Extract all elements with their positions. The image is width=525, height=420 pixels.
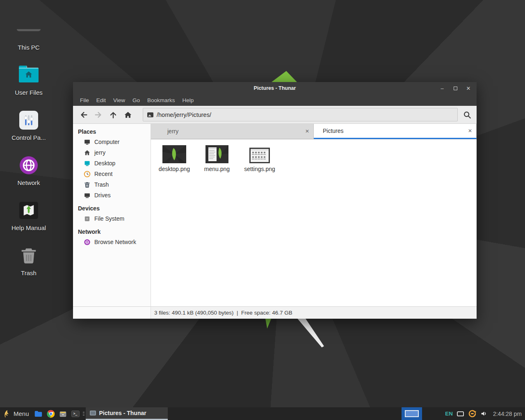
start-menu-label: Menu [14,410,29,417]
taskbar-window-button[interactable]: Pictures - Thunar [86,407,168,420]
volume-icon[interactable] [480,410,488,417]
forward-arrow-icon [94,110,103,119]
sidebar-item-recent[interactable]: Recent [73,169,151,179]
drives-icon [84,192,91,199]
file-menu-png[interactable]: menu.png [197,144,237,172]
home-icon [84,149,91,156]
file-name: settings.png [244,166,275,172]
sidebar-item-label: Browse Network [94,239,136,245]
desktop-icon-label: Help Manual [11,224,46,231]
sidebar-item-drives[interactable]: Drives [73,190,151,201]
desktop-icon-help-manual[interactable]: Help Manual [4,189,53,231]
launcher-archive[interactable] [57,407,69,420]
taskbar: Menu >_ [0,407,525,420]
tab-close-icon[interactable]: ✕ [464,128,476,134]
sidebar-item-label: Drives [94,192,111,199]
tab-close-icon[interactable]: ✕ [301,128,313,134]
recent-clock-icon [84,171,91,178]
menu-bookmarks[interactable]: Bookmarks [144,97,179,103]
taskbar-left: Menu >_ [0,407,168,420]
back-button[interactable] [76,108,91,122]
chrome-browser-icon [47,410,55,418]
sidebar-item-label: jerry [94,149,105,156]
menu-view[interactable]: View [110,97,129,103]
workspace-switcher[interactable] [402,407,422,420]
file-settings-png[interactable]: settings.png [240,144,280,172]
tab-label: jerry [151,128,301,135]
menu-go[interactable]: Go [129,97,144,103]
sidebar-item-label: Recent [94,171,112,177]
path-text: /home/jerry/Pictures/ [157,112,211,118]
menu-file[interactable]: File [76,97,93,103]
help-manual-icon [19,199,38,222]
start-menu-button[interactable]: Menu [0,407,32,420]
taskbar-right: EN 2:44:28 pm [402,407,525,420]
trash-small-icon [84,181,91,188]
sidebar-item-trash[interactable]: Trash [73,179,151,190]
desktop-icon-label: This PC [18,44,39,51]
panel-grip-handle[interactable] [82,407,86,420]
sidebar-item-label: Computer [94,139,119,145]
sidebar-item-file-system[interactable]: File System [73,213,151,224]
sidebar-header-places: Places [73,126,151,137]
search-icon [463,110,472,119]
sidebar-item-jerry[interactable]: jerry [73,147,151,158]
menubar: File Edit View Go Bookmarks Help [73,94,477,106]
window-titlebar[interactable]: Pictures - Thunar – ✕ [73,82,477,94]
close-button[interactable]: ✕ [462,82,475,94]
picture-location-icon [147,112,153,117]
sidebar-item-label: Trash [94,181,109,188]
home-button[interactable] [121,108,135,122]
back-arrow-icon [79,110,88,119]
up-button[interactable] [106,108,121,122]
sidebar-header-devices: Devices [73,203,151,213]
file-manager-folder-icon [34,410,43,418]
keyboard-layout-indicator[interactable]: EN [445,411,453,417]
menu-help[interactable]: Help [179,97,198,103]
taskbar-window-title: Pictures - Thunar [99,410,146,416]
desktop-icon-trash[interactable]: Trash [4,235,53,276]
system-tray: EN 2:44:28 pm [445,409,525,418]
launcher-chrome[interactable] [45,407,57,420]
menu-edit[interactable]: Edit [93,97,110,103]
desktop-icon-control-panel[interactable]: Control Pa... [4,99,53,141]
network-globe-icon [19,154,39,177]
sidebar-item-computer[interactable]: Computer [73,137,151,147]
updates-refresh-icon[interactable] [468,409,477,418]
forward-button[interactable] [91,108,106,122]
taskbar-clock[interactable]: 2:44:28 pm [493,411,522,417]
sidebar-item-browse-network[interactable]: Browse Network [73,237,151,247]
tab-bar: jerry ✕ Pictures ✕ [151,124,477,139]
sidebar: Places Computer jerry Desktop Recent Tra… [73,124,151,306]
distro-feather-icon [3,409,10,418]
sidebar-item-desktop[interactable]: Desktop [73,158,151,169]
desktop-icon-network[interactable]: Network [4,144,53,186]
maximize-button[interactable] [449,82,462,94]
user-files-folder-icon [19,64,39,87]
launcher-file-manager[interactable] [32,407,45,420]
window-controls: – ✕ [436,82,475,94]
thunar-window-icon [90,411,96,415]
desktop-teal-icon [84,160,91,167]
desktop-icon-label: Control Pa... [11,134,46,141]
thunar-window: Pictures - Thunar – ✕ File Edit View Go … [73,82,477,319]
desktop-icon-user-files[interactable]: User Files [4,54,53,96]
sidebar-item-label: Desktop [94,160,115,167]
launcher-terminal[interactable]: >_ [69,407,82,420]
minimize-button[interactable]: – [436,82,449,94]
file-desktop-png[interactable]: desktop.png [154,144,194,172]
file-list: desktop.png [151,139,477,306]
trash-can-icon [19,244,38,267]
terminal-icon: >_ [71,411,80,417]
display-icon[interactable] [457,411,464,417]
desktop-icon-label: User Files [15,89,43,96]
path-bar[interactable]: /home/jerry/Pictures/ [143,108,458,121]
tab-jerry[interactable]: jerry ✕ [151,124,314,139]
up-arrow-icon [109,110,118,119]
status-bar: 3 files: 490.1 kB (490,050 bytes) | Free… [73,306,477,319]
tab-pictures[interactable]: Pictures ✕ [314,124,477,139]
status-bar-sidebar-segment [73,307,151,319]
menu-png-thumbnail [205,144,228,163]
search-button[interactable] [459,108,475,121]
desktop-icon-this-pc[interactable]: This PC [4,9,53,51]
